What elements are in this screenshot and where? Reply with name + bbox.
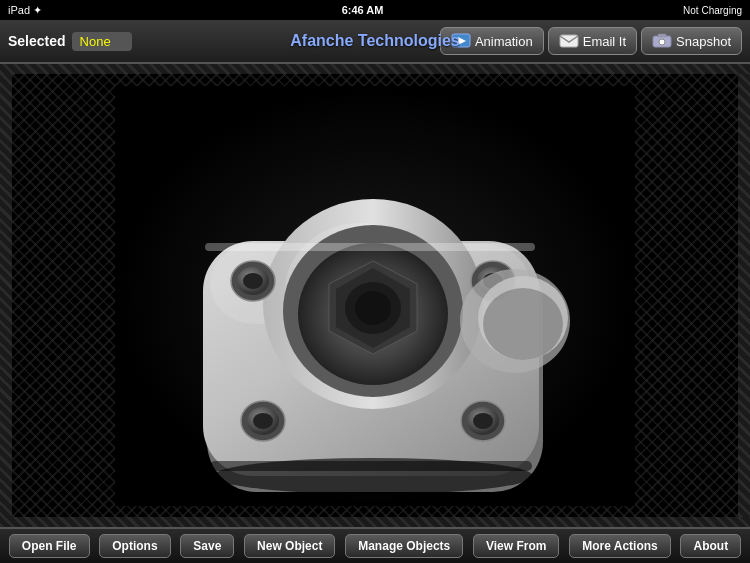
svg-point-21 [243,273,263,289]
bottom-toolbar: Open File Options Save New Object Manage… [0,527,750,563]
3d-model [115,86,635,506]
toolbar: Selected None Afanche Technologies Anima… [0,20,750,64]
right-border [738,64,750,527]
open-file-button[interactable]: Open File [9,534,90,558]
svg-rect-34 [205,243,535,251]
options-button[interactable]: Options [99,534,170,558]
animation-label: Animation [475,34,533,49]
3d-viewport[interactable] [0,64,750,527]
toolbar-actions: Animation Email It Snapshot [440,27,742,55]
svg-point-4 [659,39,665,45]
snapshot-icon [652,32,672,50]
selected-area: Selected None [8,32,132,51]
status-right: Not Charging [683,5,742,16]
svg-rect-5 [658,34,666,37]
svg-rect-2 [560,35,578,47]
svg-point-30 [473,413,493,429]
view-from-button[interactable]: View From [473,534,559,558]
email-label: Email It [583,34,626,49]
left-border [0,64,12,527]
model-container [0,64,750,527]
svg-point-27 [253,413,273,429]
snapshot-label: Snapshot [676,34,731,49]
svg-point-18 [355,291,391,325]
device-label: iPad ✦ [8,4,42,17]
snapshot-button[interactable]: Snapshot [641,27,742,55]
svg-point-36 [213,458,533,494]
more-actions-button[interactable]: More Actions [569,534,671,558]
top-border [0,64,750,74]
bottom-border [0,517,750,527]
status-bar: iPad ✦ 6:46 AM Not Charging [0,0,750,20]
status-time: 6:46 AM [342,4,384,16]
new-object-button[interactable]: New Object [244,534,335,558]
email-button[interactable]: Email It [548,27,637,55]
app-title: Afanche Technologies [290,32,460,50]
email-icon [559,32,579,50]
manage-objects-button[interactable]: Manage Objects [345,534,463,558]
svg-point-33 [483,288,563,360]
save-button[interactable]: Save [180,534,234,558]
selected-label: Selected [8,33,66,49]
about-button[interactable]: About [680,534,741,558]
selected-value: None [72,32,132,51]
status-left: iPad ✦ [8,4,42,17]
